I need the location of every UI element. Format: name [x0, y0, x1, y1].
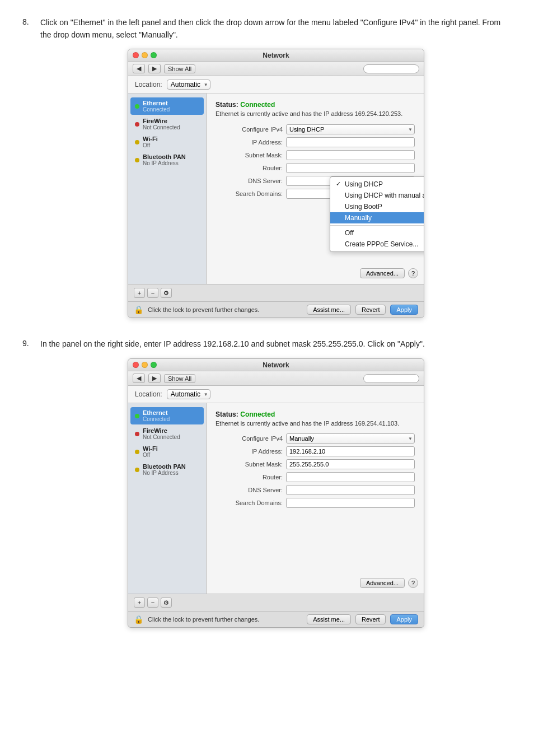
subnet-input-1[interactable]	[286, 150, 415, 160]
minimize-button[interactable]	[142, 52, 148, 58]
configure-select-wrap-1: Using DHCP Using DHCP with manual addres…	[286, 124, 415, 134]
router-label-1: Router:	[216, 165, 283, 171]
sidebar-item-firewire-1[interactable]: FireWire Not Connected	[130, 115, 204, 133]
add-button-2[interactable]: +	[134, 598, 145, 608]
step-9: 9. In the panel on the right side, enter…	[22, 338, 512, 628]
window-2: Network ◀ ▶ Show All Location: Automatic	[128, 358, 424, 628]
status-value-2: Connected	[240, 410, 275, 418]
close-button-2[interactable]	[133, 362, 139, 368]
back-button-1[interactable]: ◀	[133, 64, 145, 73]
net-footer-1: 🔒 Click the lock to prevent further chan…	[128, 301, 424, 318]
ip-input-2[interactable]	[286, 446, 415, 456]
net-footer-2: 🔒 Click the lock to prevent further chan…	[128, 611, 424, 627]
net-bottom-1: + − ⚙	[128, 284, 424, 301]
location-select-2[interactable]: Automatic	[167, 389, 210, 399]
gear-button-2[interactable]: ⚙	[161, 598, 172, 608]
show-all-button-2[interactable]: Show All	[164, 374, 195, 383]
subnet-row-1: Subnet Mask:	[216, 150, 415, 160]
sidebar-item-firewire-2[interactable]: FireWire Not Connected	[130, 425, 204, 442]
search-input-2[interactable]	[286, 498, 415, 508]
advanced-button-2[interactable]: Advanced...	[360, 578, 405, 588]
configure-label-1: Configure IPv4	[216, 126, 283, 133]
maximize-button[interactable]	[151, 52, 157, 58]
panel-bottom-right-1: Advanced... ?	[360, 268, 418, 278]
net-body-2: Ethernet Connected FireWire Not Connecte…	[128, 403, 424, 594]
dns-label-2: DNS Server:	[216, 487, 283, 493]
forward-button-2[interactable]: ▶	[148, 374, 161, 383]
net-body-1: Ethernet Connected FireWire Not Connecte…	[128, 94, 424, 284]
ip-label-1: IP Address:	[216, 139, 283, 146]
show-all-button-1[interactable]: Show All	[164, 64, 195, 73]
router-input-2[interactable]	[286, 472, 415, 482]
help-button-1[interactable]: ?	[408, 268, 418, 278]
toolbar-2: ◀ ▶ Show All	[128, 371, 424, 386]
apply-button-2[interactable]: Apply	[390, 614, 418, 624]
assist-button-2[interactable]: Assist me...	[307, 614, 351, 624]
dropdown-item-using-dhcp[interactable]: Using DHCP	[330, 179, 424, 190]
sidebar-item-wifi-name-2: Wi-Fi	[143, 445, 158, 452]
add-button-1[interactable]: +	[134, 288, 145, 298]
back-button-2[interactable]: ◀	[133, 374, 145, 383]
sidebar-item-ethernet-name-1: Ethernet	[143, 100, 170, 106]
sidebar-item-wifi-status-1: Off	[143, 142, 158, 148]
maximize-button-2[interactable]	[151, 362, 157, 368]
dns-row-2: DNS Server:	[216, 485, 415, 495]
remove-button-1[interactable]: −	[147, 288, 158, 298]
toolbar-search-1[interactable]	[363, 64, 419, 73]
step-8: 8. Click on "Ethernet" in the left panel…	[22, 17, 512, 318]
apply-button-1[interactable]: Apply	[390, 305, 418, 315]
gear-button-1[interactable]: ⚙	[161, 288, 172, 298]
configure-label-2: Configure IPv4	[216, 435, 283, 442]
toolbar-search-2[interactable]	[363, 374, 419, 383]
step-8-text: Click on "Ethernet" in the left panel an…	[40, 17, 512, 41]
dropdown-item-pppoe[interactable]: Create PPPoE Service...	[330, 239, 424, 250]
dropdown-item-dhcp-manual[interactable]: Using DHCP with manual address	[330, 190, 424, 201]
traffic-lights-2	[133, 362, 157, 368]
sidebar-item-wifi-2[interactable]: Wi-Fi Off	[130, 443, 204, 460]
ip-row-1: IP Address:	[216, 137, 415, 147]
sidebar-item-bluetooth-2[interactable]: Bluetooth PAN No IP Address	[130, 461, 204, 478]
sidebar-item-wifi-name-1: Wi-Fi	[143, 136, 158, 142]
dns-input-2[interactable]	[286, 485, 415, 495]
minimize-button-2[interactable]	[142, 362, 148, 368]
ip-row-2: IP Address:	[216, 446, 415, 456]
status-desc-1: Ethernet is currently active and has the…	[216, 110, 415, 118]
configure-select-1[interactable]: Using DHCP Using DHCP with manual addres…	[286, 124, 415, 134]
remove-button-2[interactable]: −	[147, 598, 158, 608]
configure-select-2[interactable]: Using DHCP Manually Using DHCP with manu…	[286, 433, 415, 444]
revert-button-2[interactable]: Revert	[355, 614, 386, 624]
revert-button-1[interactable]: Revert	[355, 305, 386, 315]
assist-button-1[interactable]: Assist me...	[307, 305, 351, 315]
configure-row-2: Configure IPv4 Using DHCP Manually Using…	[216, 433, 415, 444]
sidebar-item-ethernet-1[interactable]: Ethernet Connected	[130, 97, 204, 115]
net-bottom-2: + − ⚙	[128, 594, 424, 611]
ip-input-1[interactable]	[286, 137, 415, 147]
footer-text-1: Click the lock to prevent further change…	[148, 306, 302, 313]
ip-label-2: IP Address:	[216, 448, 283, 455]
help-button-2[interactable]: ?	[408, 578, 418, 588]
dropdown-item-off[interactable]: Off	[330, 227, 424, 239]
sidebar-item-wifi-1[interactable]: Wi-Fi Off	[130, 133, 204, 151]
dropdown-item-manually[interactable]: Manually	[330, 212, 424, 223]
subnet-input-2[interactable]	[286, 459, 415, 469]
dot-ethernet-1	[135, 104, 139, 109]
location-row-1: Location: Automatic	[128, 76, 424, 94]
sidebar-item-bluetooth-1[interactable]: Bluetooth PAN No IP Address	[130, 151, 204, 169]
location-select-1[interactable]: Automatic	[167, 80, 210, 90]
sidebar-item-ethernet-2[interactable]: Ethernet Connected	[130, 407, 204, 424]
window-1: Network ◀ ▶ Show All Location: Automatic	[128, 49, 424, 318]
advanced-button-1[interactable]: Advanced...	[360, 268, 405, 278]
search-label-2: Search Domains:	[216, 500, 283, 506]
lock-icon-2[interactable]: 🔒	[134, 615, 143, 624]
sidebar-item-ethernet-status-2: Connected	[143, 416, 170, 422]
lock-icon-1[interactable]: 🔒	[134, 305, 143, 314]
sidebar-1: Ethernet Connected FireWire Not Connecte…	[128, 94, 207, 284]
router-input-1[interactable]	[286, 163, 415, 173]
step-8-number: 8.	[22, 17, 34, 318]
close-button[interactable]	[133, 52, 139, 58]
sidebar-item-firewire-name-1: FireWire	[143, 118, 180, 124]
forward-button-1[interactable]: ▶	[148, 64, 161, 73]
dropdown-item-bootp[interactable]: Using BootP	[330, 201, 424, 212]
window-title-2: Network	[263, 361, 289, 369]
titlebar-1: Network	[128, 49, 424, 62]
